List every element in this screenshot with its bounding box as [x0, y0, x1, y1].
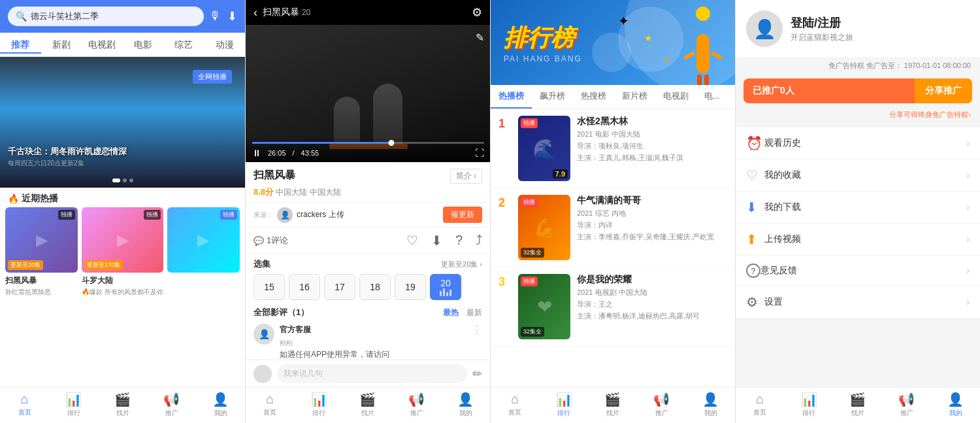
menu-item-settings[interactable]: ⚙ 设置 › — [736, 286, 980, 318]
rank-meta-1: 2021 电影 中国大陆 — [577, 129, 727, 139]
tab-tv[interactable]: 电视剧 — [82, 38, 123, 54]
rank-rank-label: 排行 — [557, 409, 570, 418]
pause-icon[interactable]: ⏸ — [252, 148, 261, 158]
rank-tab-hot[interactable]: 热播榜 — [491, 85, 532, 109]
video-nav-mine[interactable]: 👤 我的 — [441, 392, 490, 418]
menu-item-favorites[interactable]: ♡ 我的收藏 › — [736, 160, 980, 192]
video-player[interactable]: ⏸ 26:05 / 43:55 ⛶ ✎ — [246, 25, 490, 162]
search-input-wrap[interactable]: 🔍 德云斗笑社第二季 — [8, 7, 204, 26]
menu-item-upload[interactable]: ⬆ 上传视频 › — [736, 224, 980, 256]
rank-cast-3: 主演：潘粤明,杨洋,迪丽热巴,高露,胡可 — [577, 311, 727, 321]
rank-thumb-1: 🌊 独播 7.9 — [518, 116, 570, 181]
mine-nav-label: 我的 — [459, 409, 472, 418]
list-item[interactable]: 2 💪 独播 32集全 牛气满满的哥哥 2021 综艺 内地 导演：内详 主演：… — [491, 188, 735, 267]
list-item[interactable]: ▶ 独播 更新至170集 斗罗大陆 🔥爆款 所有的风景都不及你 — [82, 207, 163, 387]
episode-btn-20[interactable]: 20 — [430, 274, 461, 300]
edit-icon[interactable]: ✏ — [472, 367, 482, 381]
history-icon: ⏰ — [746, 135, 764, 151]
tab-hot[interactable]: 最热 — [443, 307, 459, 318]
rank-nav-mine[interactable]: 👤 我的 — [686, 392, 735, 418]
video-nav-home[interactable]: ⌂ 首页 — [246, 392, 295, 418]
episode-btn-18[interactable]: 18 — [359, 274, 391, 300]
hero-banner[interactable]: 千古玦尘：周冬雨许凯虚恋情深 每周四五六日20点更新2集 全网独播 — [0, 57, 245, 188]
video-nav-find[interactable]: 🎬 找片 — [344, 392, 393, 418]
rank-meta-3: 2021 电视剧 中国大陆 — [577, 288, 727, 297]
rank-num-3: 3 — [498, 274, 512, 339]
episode-btn-16[interactable]: 16 — [289, 274, 320, 300]
menu-item-downloads[interactable]: ⬇ 我的下载 › — [736, 192, 980, 224]
time-row: ⏸ 26:05 / 43:55 ⛶ — [252, 148, 484, 158]
tab-new[interactable]: 最新 — [466, 307, 482, 318]
action-icons: ♡ ⬇ ? ⤴ — [406, 233, 482, 248]
rank-title-1: 水怪2黑木林 — [577, 116, 727, 127]
settings-video-icon[interactable]: ⚙ — [472, 5, 482, 20]
comment-input[interactable]: 我来说几句 — [277, 364, 467, 383]
episode-update[interactable]: 更新至20集 › — [441, 260, 482, 269]
menu-item-feedback[interactable]: ? 意见反馈 › — [736, 256, 980, 286]
rank-score-1: 7.9 — [553, 169, 568, 178]
profile-login[interactable]: 登陆/注册 — [791, 15, 970, 31]
tab-variety[interactable]: 综艺 — [163, 38, 204, 54]
tab-anime[interactable]: 动漫 — [204, 38, 246, 54]
home-nav-rank[interactable]: 📊 排行 — [49, 392, 98, 418]
download-action-icon[interactable]: ⬇ — [431, 233, 442, 248]
episode-btn-19[interactable]: 19 — [395, 274, 426, 300]
rank-tab-rising[interactable]: 飙升榜 — [532, 85, 573, 109]
comments-header: 全部影评（1） 最热 最新 — [253, 307, 482, 318]
menu-item-history[interactable]: ⏰ 观看历史 › — [736, 127, 980, 160]
list-item[interactable]: 1 🌊 独播 7.9 水怪2黑木林 2021 电影 中国大陆 导演：项秋良,项河… — [491, 109, 735, 188]
deco-legs — [683, 75, 723, 85]
dot-2 — [123, 178, 127, 182]
list-item[interactable]: ▶ 独播 更新至20集 扫黑风暴 孙红雷惩黑除恶 — [5, 207, 78, 387]
home-nav-home[interactable]: ⌂ 首页 — [0, 392, 49, 418]
rank-tab-search[interactable]: 热搜榜 — [573, 85, 614, 109]
video-settings-icon[interactable]: ✎ — [476, 31, 484, 44]
profile-nav-promote[interactable]: 📢 推广 — [882, 392, 931, 418]
downloads-arrow: › — [966, 201, 970, 213]
rank-nav-home[interactable]: ⌂ 首页 — [491, 392, 540, 418]
home-nav-promote[interactable]: 📢 推广 — [147, 392, 196, 418]
deco-torso — [683, 34, 723, 73]
profile-nav-rank[interactable]: 📊 排行 — [785, 392, 834, 418]
intro-btn[interactable]: 简介 › — [450, 169, 482, 184]
profile-nav-home[interactable]: ⌂ 首页 — [736, 392, 785, 418]
video-nav-promote[interactable]: 📢 推广 — [392, 392, 441, 418]
episode-header: 选集 更新至20集 › — [253, 258, 482, 270]
voice-icon[interactable]: 🎙 — [209, 9, 221, 24]
rank-nav-promote[interactable]: 📢 推广 — [637, 392, 686, 418]
dot-3 — [129, 178, 133, 182]
list-item[interactable]: ▶ 独播 — [167, 207, 240, 387]
tab-movie[interactable]: 电影 — [123, 38, 164, 54]
promote-label: 推广 — [165, 409, 178, 418]
progress-bar[interactable] — [252, 142, 484, 144]
download-icon[interactable]: ⬇ — [227, 9, 237, 24]
profile-nav-find[interactable]: 🎬 找片 — [834, 392, 883, 418]
tab-recommend[interactable]: 推荐 — [0, 38, 41, 54]
share-action-icon[interactable]: ⤴ — [476, 233, 482, 248]
fullscreen-icon[interactable]: ⛶ — [475, 148, 484, 158]
list-item[interactable]: 3 ❤ 独播 32集全 你是我的荣耀 2021 电视剧 中国大陆 导演：王之 主… — [491, 267, 735, 347]
share-promote-btn[interactable]: 分享推广 — [915, 78, 972, 103]
home-bottom-nav: ⌂ 首页 📊 排行 🎬 找片 📢 推广 👤 我的 — [0, 387, 245, 423]
home-nav-find[interactable]: 🎬 找片 — [98, 392, 147, 418]
rank-tab-new[interactable]: 新片榜 — [614, 85, 655, 109]
profile-home-icon: ⌂ — [756, 392, 764, 407]
episode-btn-17[interactable]: 17 — [324, 274, 355, 300]
rank-nav-find[interactable]: 🎬 找片 — [589, 392, 638, 418]
bar-1 — [440, 291, 442, 296]
rank-tab-tv[interactable]: 电视剧 — [655, 85, 696, 109]
episode-btn-15[interactable]: 15 — [253, 274, 285, 300]
profile-nav-mine[interactable]: 👤 我的 — [931, 392, 980, 418]
tab-new-drama[interactable]: 新剧 — [41, 38, 82, 54]
update-btn[interactable]: 催更新 — [443, 207, 482, 223]
video-nav-rank[interactable]: 📊 排行 — [295, 392, 344, 418]
back-icon[interactable]: ‹ — [253, 6, 257, 20]
rank-tab-more[interactable]: 电... — [696, 85, 728, 109]
help-icon[interactable]: ? — [455, 233, 463, 248]
rank-banner-cn: 排行榜 — [504, 22, 582, 54]
comment-more-icon[interactable]: ⋮ — [472, 324, 482, 336]
home-nav-mine[interactable]: 👤 我的 — [196, 392, 245, 418]
rank-nav-rank[interactable]: 📊 排行 — [540, 392, 589, 418]
episode-label: 选集 — [253, 258, 270, 270]
like-icon[interactable]: ♡ — [406, 233, 418, 248]
